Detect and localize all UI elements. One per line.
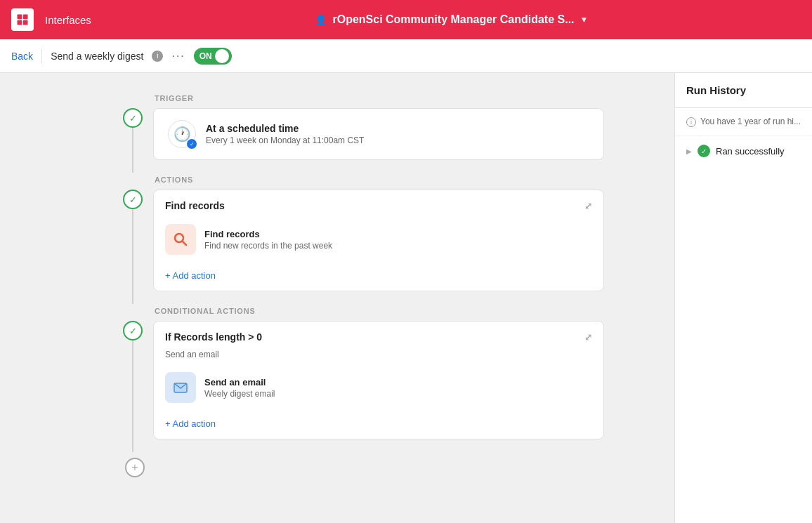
conditional-subtitle: Send an email (154, 350, 603, 366)
trigger-card[interactable]: 🕐 ✓ At a scheduled time Every 1 week on … (153, 108, 604, 160)
conditional-check-icon: ✓ (123, 321, 143, 340)
actions-card[interactable]: Find records ⤢ (153, 190, 604, 291)
add-action-button-2[interactable]: + Add action (154, 411, 227, 439)
run-history-panel: Run History i You have 1 year of run hi.… (674, 73, 812, 523)
clock-icon-wrap: 🕐 ✓ (168, 120, 196, 148)
conditional-connector: ✓ (112, 321, 153, 452)
user-icon: 👤 (315, 14, 327, 25)
search-icon (172, 231, 189, 248)
conditional-card-header: If Records length > 0 ⤢ (154, 322, 603, 350)
info-circle-icon: i (686, 117, 696, 127)
find-records-title: Find records (204, 229, 332, 239)
run-history-info-text: You have 1 year of run hi... (700, 117, 801, 126)
toggle-circle (215, 49, 229, 63)
actions-card-header: Find records ⤢ (154, 190, 603, 218)
expand-icon[interactable]: ⤢ (584, 201, 592, 211)
svg-rect-2 (18, 20, 22, 25)
connector-line-3 (132, 340, 133, 452)
trigger-check-icon: ✓ (123, 108, 143, 128)
toggle-label: ON (199, 51, 212, 61)
sub-navigation: Back Send a weekly digest i ··· ON (0, 39, 812, 73)
send-email-text: Send an email Weely digest email (204, 377, 275, 399)
trigger-title: At a scheduled time (206, 123, 364, 134)
trigger-card-content: 🕐 ✓ At a scheduled time Every 1 week on … (154, 109, 603, 159)
actions-section-label: ACTIONS (155, 176, 604, 184)
nav-divider (41, 49, 42, 63)
connector-line-2 (132, 209, 133, 304)
run-item-label: Ran successfully (716, 146, 785, 157)
top-navigation: Interfaces 👤 rOpenSci Community Manager … (0, 0, 812, 39)
run-history-item[interactable]: ▶ ✓ Ran successfully (675, 136, 812, 166)
svg-rect-3 (23, 20, 28, 25)
actions-connector: ✓ (112, 190, 153, 304)
trigger-section-label: TRIGGER (155, 94, 604, 102)
toggle-on-off[interactable]: ON (194, 48, 232, 65)
actions-check-icon: ✓ (123, 190, 143, 209)
workflow-name: Send a weekly digest (51, 51, 143, 62)
add-action-button-1[interactable]: + Add action (154, 263, 227, 291)
schedule-badge: ✓ (187, 139, 197, 149)
chevron-down-icon[interactable]: ▼ (580, 15, 589, 25)
conditional-card[interactable]: If Records length > 0 ⤢ Send an email (153, 321, 604, 439)
conditional-actions-section: CONDITIONAL ACTIONS ✓ If Records length … (112, 307, 604, 452)
actions-section: ACTIONS ✓ Find records ⤢ (112, 176, 604, 304)
app-logo[interactable] (11, 8, 34, 31)
connector-line (132, 128, 133, 173)
trigger-connector: ✓ (112, 108, 153, 173)
workflow-diagram: TRIGGER ✓ 🕐 ✓ (112, 94, 604, 477)
send-email-action[interactable]: Send an email Weely digest email (154, 366, 603, 411)
run-history-info: i You have 1 year of run hi... (675, 108, 812, 136)
info-icon[interactable]: i (152, 51, 163, 62)
find-records-icon-wrap (165, 224, 196, 255)
trigger-section: TRIGGER ✓ 🕐 ✓ (112, 94, 604, 173)
trigger-subtitle: Every 1 week on Monday at 11:00am CST (206, 135, 364, 145)
run-item-chevron-icon: ▶ (686, 147, 692, 155)
send-email-subtitle: Weely digest email (204, 389, 275, 399)
app-name: Interfaces (45, 14, 91, 26)
email-icon (172, 379, 189, 396)
add-step-button[interactable]: + (125, 458, 145, 477)
more-options-icon[interactable]: ··· (171, 50, 185, 62)
find-records-text: Find records Find new records in the pas… (204, 229, 332, 251)
back-button[interactable]: Back (11, 51, 33, 62)
find-records-action[interactable]: Find records Find new records in the pas… (154, 218, 603, 263)
workflow-canvas: TRIGGER ✓ 🕐 ✓ (0, 73, 674, 523)
find-records-subtitle: Find new records in the past week (204, 241, 332, 251)
run-success-icon: ✓ (698, 145, 710, 157)
conditional-card-title: If Records length > 0 (165, 331, 262, 343)
svg-rect-1 (23, 15, 28, 20)
actions-card-title: Find records (165, 200, 225, 211)
svg-line-5 (183, 241, 187, 246)
conditional-section-label: CONDITIONAL ACTIONS (155, 307, 604, 315)
trigger-text: At a scheduled time Every 1 week on Mond… (206, 123, 364, 145)
expand-icon-2[interactable]: ⤢ (584, 332, 592, 343)
send-email-icon-wrap (165, 372, 196, 403)
svg-rect-0 (18, 15, 22, 20)
main-layout: TRIGGER ✓ 🕐 ✓ (0, 73, 812, 523)
send-email-title: Send an email (204, 377, 275, 388)
top-nav-center: 👤 rOpenSci Community Manager Candidate S… (103, 13, 801, 26)
workflow-title: rOpenSci Community Manager Candidate S..… (332, 13, 574, 26)
run-history-header: Run History (675, 73, 812, 108)
